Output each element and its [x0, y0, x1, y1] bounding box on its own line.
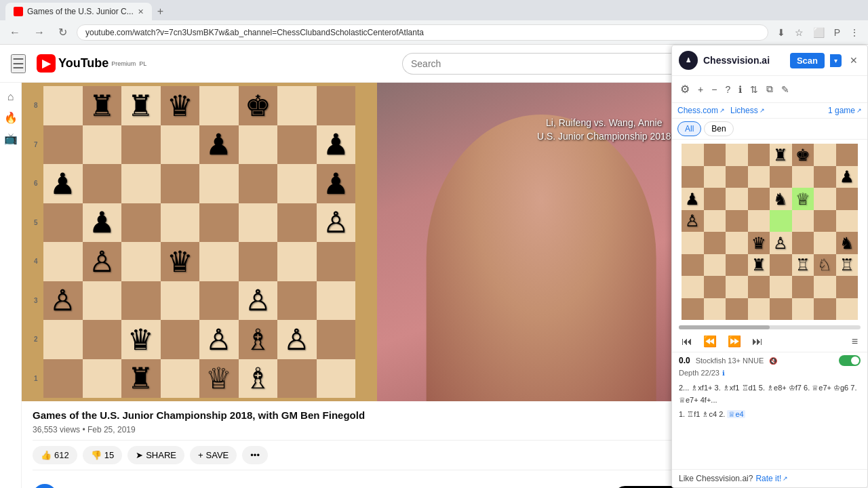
edit-icon: ✎	[781, 84, 789, 95]
cv-nav-next[interactable]: ⏩	[724, 333, 745, 349]
share-icon: ➤	[136, 450, 143, 460]
like-button[interactable]: 👍 612	[33, 446, 77, 464]
yt-logo-text: YouTube	[58, 56, 108, 70]
cv-toggle-tool[interactable]: ⚙	[677, 80, 692, 98]
cv-help-tool[interactable]: ?	[722, 81, 733, 98]
like-count: 612	[54, 450, 69, 460]
address-bar[interactable]	[77, 24, 768, 41]
cv-scan-button[interactable]: Scan	[790, 53, 825, 68]
cv-toolbar: ⚙ + − ? ℹ ⇅ ⧉ ✎	[672, 76, 867, 103]
more-button[interactable]: •••	[242, 446, 268, 464]
cv-eval-display: 0.0 Stockfish 13+ NNUE 🔇	[672, 352, 867, 369]
search-input[interactable]	[402, 53, 682, 75]
forward-button[interactable]: →	[30, 24, 49, 41]
cv-board-area: ♜♚♟♟♞♕♙♛♙♞♜♖♘♖ ⏮ ⏪ ⏩ ⏭ ≡ 0.0 Stockfish 1…	[672, 140, 867, 469]
video-player[interactable]: ♜♜♛♚♟♟♟♟♟♙♙♛♙♙♛♙♗♙♜♕♗ 8 7 6 5 4 3 2 1	[22, 83, 705, 401]
yt-pl-label: PL	[139, 60, 146, 67]
cv-slider-area	[672, 324, 867, 331]
arrows-icon: ⇅	[750, 84, 758, 95]
rank-3: 3	[34, 297, 38, 304]
cv-eval-slider[interactable]	[679, 325, 861, 329]
cv-info-tool[interactable]: ℹ	[736, 81, 745, 98]
tab-all[interactable]: All	[677, 121, 701, 136]
cv-nav-last[interactable]: ⏭	[748, 334, 767, 349]
profile-icon[interactable]: P	[831, 25, 844, 40]
lichess-link[interactable]: Lichess ↗	[730, 106, 765, 115]
channel-info: C Chess Club and Scholastic Center of At…	[22, 476, 705, 488]
cv-moves-line1: 2... ♗xf1+ 3. ♗xf1 ♖d1 5. ♗e8+ ♔f7 6. ♕e…	[679, 382, 861, 406]
extensions-icon[interactable]: ⬜	[810, 25, 828, 40]
game-count-link[interactable]: 1 game ↗	[828, 106, 862, 115]
new-tab-button[interactable]: +	[153, 4, 167, 19]
cv-logo: ♟	[679, 51, 698, 70]
help-icon: ?	[725, 84, 730, 95]
rank-5: 5	[34, 219, 38, 226]
save-icon: +	[198, 450, 203, 460]
cv-engine-info: Stockfish 13+ NNUE	[696, 357, 764, 365]
rank-6: 6	[34, 180, 38, 187]
yt-premium-label: Premium	[111, 60, 136, 67]
browser-tabs-bar: Games of the U.S. Junior C... ✕ +	[0, 0, 868, 20]
external-link-icon-2: ↗	[760, 107, 765, 114]
cv-engine-toggle[interactable]	[839, 355, 861, 366]
video-overlay-text: Li, Ruifeng vs. Wang, Annie U.S. Junior …	[537, 117, 671, 143]
external-link-icon: ↗	[719, 107, 725, 114]
cv-chess-board	[682, 144, 858, 320]
save-label: SAVE	[206, 450, 229, 460]
cv-plus-tool[interactable]: +	[695, 81, 706, 98]
chess-com-link[interactable]: Chess.com ↗	[677, 106, 725, 115]
yt-logo-icon: ▶	[37, 54, 56, 73]
cv-rate-link[interactable]: Rate it! ↗	[755, 474, 788, 483]
cv-arrows-tool[interactable]: ⇅	[747, 81, 761, 98]
dislike-button[interactable]: 👎 15	[83, 446, 122, 464]
cv-feedback: Like Chessvision.ai? Rate it! ↗	[672, 469, 867, 487]
like-icon: 👍	[41, 450, 52, 460]
cv-minus-tool[interactable]: −	[709, 81, 719, 98]
save-button[interactable]: + SAVE	[190, 446, 237, 464]
hamburger-menu[interactable]: ☰	[11, 54, 26, 73]
back-button[interactable]: ←	[5, 24, 24, 41]
chessvision-panel: ♟ Chessvision.ai Scan ▾ ✕ ⚙ + − ? ℹ ⇅ ⧉ …	[671, 45, 868, 488]
cv-moves: 2... ♗xf1+ 3. ♗xf1 ♖d1 5. ♗e8+ ♔f7 6. ♕e…	[672, 380, 867, 424]
cv-close-button[interactable]: ✕	[847, 55, 861, 66]
refresh-button[interactable]: ↻	[54, 23, 71, 41]
cv-copy-tool[interactable]: ⧉	[764, 81, 776, 98]
cv-depth-icon[interactable]: ℹ	[722, 369, 725, 377]
cv-nav-first[interactable]: ⏮	[677, 334, 696, 349]
cv-nav-menu[interactable]: ≡	[848, 334, 862, 349]
external-link-icon-3: ↗	[856, 107, 862, 114]
download-icon[interactable]: ⬇	[774, 25, 789, 40]
overlay-line1: Li, Ruifeng vs. Wang, Annie	[537, 117, 671, 130]
share-button[interactable]: ➤ SHARE	[127, 446, 184, 464]
browser-nav-bar: ← → ↻ ⬇ ☆ ⬜ P ⋮	[0, 20, 868, 45]
copy-icon: ⧉	[766, 83, 773, 94]
menu-icon[interactable]: ⋮	[846, 25, 863, 40]
cv-tabs: All Ben	[672, 119, 867, 140]
cv-moves-line2: 1. ♖f1 ♗c4 2. ♕e4	[679, 409, 861, 421]
rank-8: 8	[34, 102, 38, 109]
share-label: SHARE	[146, 450, 176, 460]
cv-slider-fill	[679, 325, 770, 329]
bookmark-icon[interactable]: ☆	[791, 25, 807, 40]
active-tab[interactable]: Games of the U.S. Junior C... ✕	[5, 3, 152, 20]
external-rate-icon: ↗	[783, 475, 788, 482]
cv-logo-text: ♟	[686, 57, 691, 64]
overlay-line2: U.S. Junior Championship 2018	[537, 130, 671, 144]
cv-header: ♟ Chessvision.ai Scan ▾ ✕	[672, 45, 867, 76]
tab-ben[interactable]: Ben	[704, 121, 733, 136]
sidebar-subs[interactable]: 📺	[4, 132, 18, 145]
dislike-count: 15	[104, 450, 114, 460]
view-count: 36,553 views	[33, 425, 80, 434]
more-icon: •••	[250, 450, 260, 460]
sidebar-explore[interactable]: 🔥	[4, 111, 18, 124]
cv-links: Chess.com ↗ Lichess ↗ 1 game ↗	[672, 103, 867, 119]
video-info: Games of the U.S. Junior Championship 20…	[22, 401, 705, 476]
cv-edit-tool[interactable]: ✎	[778, 81, 792, 98]
cv-scan-dropdown[interactable]: ▾	[830, 54, 842, 67]
tab-close-button[interactable]: ✕	[138, 7, 144, 16]
cv-nav-buttons: ⏮ ⏪ ⏩ ⏭ ≡	[672, 331, 867, 352]
channel-avatar: C	[33, 484, 57, 488]
rank-7: 7	[34, 141, 38, 148]
cv-nav-prev[interactable]: ⏪	[699, 333, 721, 349]
sidebar-home[interactable]: ⌂	[7, 91, 14, 103]
